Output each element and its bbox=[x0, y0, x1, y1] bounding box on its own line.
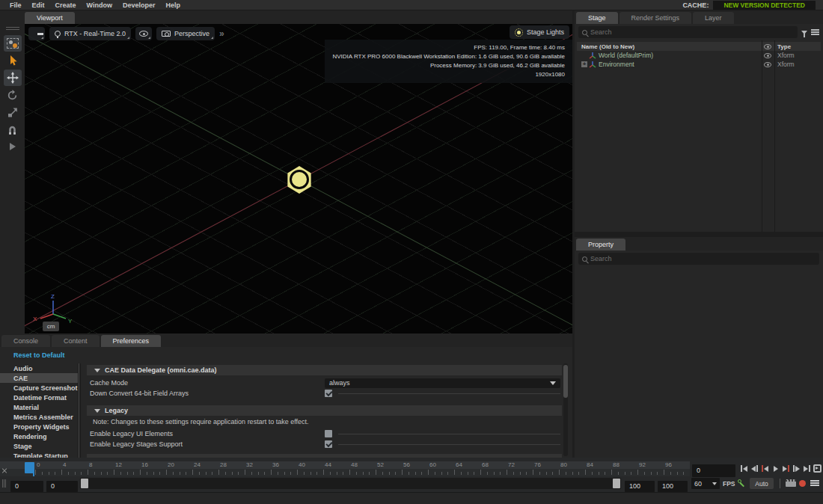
range-end-handle[interactable] bbox=[613, 479, 620, 488]
loop-toggle-button[interactable] bbox=[813, 463, 822, 475]
rotate-tool-button[interactable] bbox=[4, 87, 22, 103]
snap-tool-button[interactable] bbox=[4, 121, 22, 138]
category-capture-screenshot[interactable]: Capture Screenshot bbox=[0, 383, 78, 393]
auto-key-button[interactable]: Auto bbox=[750, 478, 774, 489]
tab-layer[interactable]: Layer bbox=[693, 12, 734, 24]
stage-search-input[interactable] bbox=[590, 28, 794, 36]
fps-dropdown[interactable]: 60 bbox=[691, 478, 720, 489]
play-tool-button[interactable] bbox=[4, 138, 22, 155]
go-to-start-button[interactable] bbox=[739, 463, 749, 475]
category-cae[interactable]: CAE bbox=[0, 373, 78, 383]
stage-options-icon[interactable] bbox=[811, 28, 819, 36]
cache-mode-dropdown[interactable]: always bbox=[325, 378, 560, 388]
ruler-tick bbox=[546, 472, 547, 475]
ruler-tick bbox=[618, 472, 619, 475]
visibility-toggle[interactable] bbox=[762, 53, 774, 58]
prim-name[interactable]: World (defaultPrim) bbox=[599, 52, 653, 59]
tab-stage[interactable]: Stage bbox=[576, 12, 618, 24]
tab-render-settings[interactable]: Render Settings bbox=[619, 12, 692, 24]
visibility-toggle[interactable] bbox=[762, 62, 774, 67]
panel-splitter[interactable] bbox=[575, 232, 823, 237]
go-to-end-button[interactable] bbox=[802, 463, 812, 475]
tree-row-environment[interactable]: + Environment Xform bbox=[577, 60, 821, 69]
menu-file[interactable]: File bbox=[4, 1, 27, 9]
filter-icon[interactable] bbox=[801, 31, 807, 34]
play-backwards-button[interactable] bbox=[760, 463, 770, 475]
camera-select-button[interactable]: Perspective bbox=[156, 27, 215, 40]
setting-label: Enable Legacy Stages Support bbox=[90, 440, 183, 448]
play-to-end-button[interactable] bbox=[781, 463, 791, 475]
category-property-widgets[interactable]: Property Widgets bbox=[0, 422, 78, 431]
tab-console[interactable]: Console bbox=[1, 335, 50, 347]
name-column-header[interactable]: Name (Old to New) bbox=[581, 43, 634, 50]
category-audio[interactable]: Audio bbox=[0, 363, 78, 373]
tab-viewport[interactable]: Viewport bbox=[25, 12, 75, 24]
timeline-ruler[interactable]: 0481216202428323640444852566064687276808… bbox=[0, 461, 690, 476]
expand-icon[interactable]: + bbox=[581, 61, 587, 67]
menu-window[interactable]: Window bbox=[82, 1, 117, 9]
renderer-select-button[interactable]: RTX - Real-Time 2.0 bbox=[49, 27, 131, 40]
move-tool-button[interactable] bbox=[4, 70, 22, 86]
legacy-ui-checkbox[interactable] bbox=[325, 430, 332, 437]
visibility-button[interactable] bbox=[135, 27, 152, 40]
reset-to-default-link[interactable]: Reset to Default bbox=[13, 351, 65, 359]
menu-create[interactable]: Create bbox=[50, 1, 82, 9]
menu-help[interactable]: Help bbox=[160, 1, 186, 9]
hud-fps: FPS: 119.00, Frame time: 8.40 ms bbox=[332, 43, 565, 52]
list-splitter[interactable] bbox=[78, 363, 81, 458]
start-frame-input[interactable] bbox=[10, 481, 43, 492]
type-column-header[interactable]: Type bbox=[777, 43, 791, 50]
current-frame-input[interactable] bbox=[692, 464, 735, 477]
playhead[interactable] bbox=[25, 462, 34, 473]
property-search-input[interactable] bbox=[590, 255, 816, 262]
loop-start-input[interactable] bbox=[46, 481, 78, 492]
chevron-expand-icon[interactable]: » bbox=[219, 28, 223, 39]
stage-search-box[interactable] bbox=[578, 26, 798, 38]
category-rendering[interactable]: Rendering bbox=[0, 431, 78, 441]
legacy-stages-checkbox[interactable] bbox=[325, 440, 332, 448]
ruler-tick bbox=[382, 472, 383, 475]
category-metrics-assembler[interactable]: Metrics Assembler bbox=[0, 412, 78, 422]
ruler-tick-label: 68 bbox=[482, 461, 489, 468]
tab-preferences[interactable]: Preferences bbox=[101, 335, 162, 347]
range-start-handle[interactable] bbox=[81, 479, 88, 488]
timeline-grip[interactable] bbox=[2, 479, 6, 488]
tree-row-world[interactable]: World (defaultPrim) Xform bbox=[577, 51, 821, 60]
auto-key-icon[interactable] bbox=[738, 479, 745, 488]
settings-scrollbar[interactable] bbox=[563, 363, 568, 456]
close-icon[interactable] bbox=[1, 468, 7, 474]
select-tool-button[interactable] bbox=[4, 52, 22, 69]
toolbar-grip[interactable] bbox=[6, 24, 19, 34]
selection-mode-button[interactable] bbox=[4, 35, 22, 52]
ruler-tick bbox=[664, 470, 664, 475]
viewport-canvas[interactable]: RTX - Real-Time 2.0 Perspective » Stage … bbox=[25, 24, 572, 334]
category-stage[interactable]: Stage bbox=[0, 441, 78, 451]
menu-developer[interactable]: Developer bbox=[117, 1, 161, 9]
cache-status-badge[interactable]: NEW VERSION DETECTED bbox=[713, 1, 816, 10]
menu-edit[interactable]: Edit bbox=[27, 1, 50, 9]
category-material[interactable]: Material bbox=[0, 402, 78, 412]
scale-tool-button[interactable] bbox=[4, 104, 22, 120]
next-frame-button[interactable] bbox=[792, 463, 801, 475]
prim-name[interactable]: Environment bbox=[599, 61, 634, 68]
section-legacy[interactable]: Legacy bbox=[87, 405, 562, 416]
timeline-menu-icon[interactable] bbox=[810, 479, 819, 487]
property-search-box[interactable] bbox=[578, 253, 819, 265]
stage-lights-button[interactable]: Stage Lights bbox=[510, 25, 569, 39]
stage-search-row bbox=[575, 24, 823, 40]
record-icon[interactable] bbox=[799, 480, 806, 487]
previous-frame-button[interactable] bbox=[750, 463, 759, 475]
capture-icon[interactable] bbox=[786, 479, 796, 487]
tab-content[interactable]: Content bbox=[52, 335, 100, 347]
loop-end-input[interactable] bbox=[625, 481, 655, 492]
end-frame-input[interactable] bbox=[658, 481, 688, 492]
down-convert-checkbox[interactable] bbox=[325, 390, 332, 397]
viewport-settings-button[interactable] bbox=[28, 27, 45, 40]
timeline-controls-row: 60 FPS Auto bbox=[0, 477, 823, 491]
section-cae-data-delegate[interactable]: CAE Data Delegate (omni.cae.data) bbox=[87, 365, 562, 375]
category-datetime-format[interactable]: Datetime Format bbox=[0, 393, 78, 402]
timeline-range-scrollbar[interactable] bbox=[80, 478, 621, 489]
play-button[interactable] bbox=[771, 463, 780, 475]
tab-property[interactable]: Property bbox=[576, 239, 625, 251]
loop-end-field bbox=[625, 478, 655, 489]
